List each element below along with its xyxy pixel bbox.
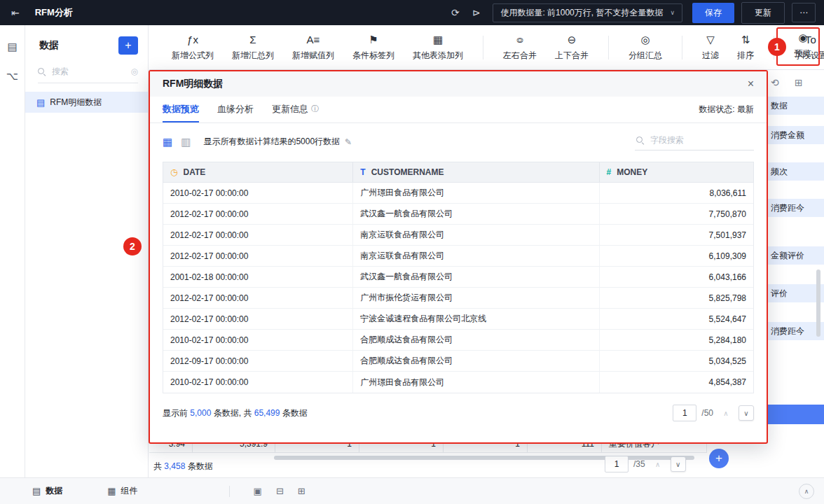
table-cell: 2012-09-17 00:00:00: [163, 351, 353, 371]
bg-total-prefix: 共: [153, 461, 164, 471]
data-search-input[interactable]: [50, 66, 126, 77]
bg-page-down-icon[interactable]: ∨: [671, 456, 686, 472]
dataset-item-rfm[interactable]: ▤ RFM明细数据: [25, 92, 148, 113]
close-icon[interactable]: ×: [748, 78, 754, 90]
toolbar-item[interactable]: A≡新增赋值列: [292, 34, 334, 62]
field-chip[interactable]: 消费距今: [762, 199, 824, 217]
column-header-money[interactable]: #MONEY: [600, 162, 753, 182]
save-button[interactable]: 保存: [692, 3, 734, 23]
bg-total-count: 3,458: [164, 461, 185, 471]
table-row[interactable]: 2012-02-17 00:00:00南京运联食品有限公司6,109,309: [163, 246, 753, 267]
search-filter-icon[interactable]: ◎: [131, 66, 138, 76]
table-cell: 2012-02-17 00:00:00: [163, 204, 353, 224]
table-row[interactable]: 2012-02-17 00:00:00南京运联食品有限公司7,501,937: [163, 225, 753, 246]
toolbar-item[interactable]: Σ新增汇总列: [232, 34, 274, 62]
data-volume-dropdown[interactable]: 使用数据量: 前1000万行, 暂不支持全量数据 ∨: [493, 4, 682, 22]
page-up-icon[interactable]: ∧: [718, 405, 734, 421]
table-row[interactable]: 2012-02-17 00:00:00广州市振伦货运有限公司5,825,798: [163, 288, 753, 309]
chart-widget-icon[interactable]: ⊟: [276, 486, 284, 496]
table-cell: 南京运联食品有限公司: [353, 246, 599, 266]
toolbar-item[interactable]: ⇅排序: [737, 34, 754, 62]
grid-view-icon[interactable]: ▦: [163, 136, 172, 147]
field-chip[interactable]: 数据: [762, 97, 824, 115]
table-row[interactable]: 2012-09-17 00:00:00合肥顺成达食品有限公司5,034,525: [163, 351, 753, 372]
refresh-icon[interactable]: ⟳: [451, 7, 460, 18]
summary-suffix: 条数据: [280, 408, 307, 418]
info-icon: ⓘ: [311, 104, 319, 114]
tab-lineage[interactable]: 血缘分析: [217, 97, 254, 122]
dataset-icon: ▤: [36, 97, 45, 108]
table-cell: 2012-02-17 00:00:00: [163, 225, 353, 245]
data-edit-icon[interactable]: ▤: [7, 41, 17, 53]
table-cell: 宁波金诚速程食品有限公司北京线: [353, 309, 599, 329]
table-cell: 2012-02-17 00:00:00: [163, 288, 353, 308]
field-chip[interactable]: 金额评价: [762, 246, 824, 265]
table-row[interactable]: 2010-02-17 00:00:00广州璟田食品有限公司8,036,611: [163, 183, 753, 204]
vertical-scrollbar[interactable]: [816, 270, 820, 337]
image-widget-icon[interactable]: ▣: [254, 486, 262, 496]
bg-page-input[interactable]: 1: [605, 456, 629, 472]
layout-icon[interactable]: ⊞: [795, 77, 803, 88]
page-down-icon[interactable]: ∨: [739, 405, 754, 421]
merge-tb-icon: ⊖: [568, 34, 577, 46]
data-status: 数据状态: 最新: [699, 104, 754, 115]
toolbar-item[interactable]: ƒx新增公式列: [172, 34, 214, 62]
history-icon[interactable]: ⟲: [771, 77, 779, 88]
field-search-input[interactable]: [649, 134, 753, 146]
page-input[interactable]: 1: [673, 405, 696, 421]
preview-button[interactable]: ◉ 预览: [795, 31, 811, 59]
dataset-item-label: RFM明细数据: [50, 97, 102, 108]
table-row[interactable]: 2012-02-17 00:00:00宁波金诚速程食品有限公司北京线5,524,…: [163, 309, 753, 330]
toolbar-divider: [483, 36, 483, 59]
column-header-date[interactable]: ◷DATE: [163, 162, 353, 182]
table-row[interactable]: 2010-02-17 00:00:00合肥顺成达食品有限公司5,284,180: [163, 330, 753, 351]
field-chip[interactable]: 消费距今: [762, 322, 824, 340]
field-chip[interactable]: 消费金额: [762, 126, 824, 144]
toolbar-item[interactable]: ⊖上下合并: [555, 34, 589, 62]
table-row[interactable]: 2012-02-17 00:00:00武汉鑫一航食品有限公司7,750,870: [163, 204, 753, 225]
toolbar-item-label: 左右合并: [503, 50, 537, 62]
selected-field-chip[interactable]: [762, 405, 824, 424]
table-row[interactable]: 2001-02-18 00:00:00武汉鑫一航食品有限公司6,043,166: [163, 267, 753, 288]
table-header: ◷DATE TCUSTOMERNAME #MONEY: [163, 162, 754, 183]
annotation-badge-1: 1: [768, 38, 786, 56]
pipeline-icon[interactable]: ⊳: [472, 7, 481, 18]
formula-icon: ƒx: [187, 34, 198, 46]
tab-data-preview[interactable]: 数据预览: [163, 97, 199, 122]
blood-relation-icon[interactable]: ⌥: [6, 70, 18, 83]
page-total: /50: [701, 408, 713, 418]
table-cell: 2010-02-17 00:00:00: [163, 330, 353, 350]
field-chip[interactable]: 频次: [762, 162, 824, 181]
data-panel-title: 数据: [39, 39, 59, 52]
column-name: CUSTOMERNAME: [371, 167, 444, 177]
collapse-sidebar-icon[interactable]: ⇤: [11, 7, 20, 18]
table-cell: 5,524,647: [600, 309, 753, 329]
copy-widget-icon[interactable]: ⊞: [298, 486, 305, 496]
toolbar-item[interactable]: ◎分组汇总: [629, 34, 662, 62]
column-header-customername[interactable]: TCUSTOMERNAME: [353, 162, 599, 182]
add-data-button[interactable]: +: [118, 36, 138, 55]
toolbar-item[interactable]: ○○左右合并: [503, 34, 537, 62]
field-chip[interactable]: 评价: [762, 284, 824, 302]
tab-data[interactable]: ▤ 数据: [32, 485, 62, 497]
table-row[interactable]: 2010-02-17 00:00:00广州璟田食品有限公司4,854,387: [163, 372, 753, 393]
bg-page-up-icon[interactable]: ∧: [650, 456, 666, 472]
more-button[interactable]: ⋯: [792, 3, 816, 22]
toolbar-item[interactable]: ⚑条件标签列: [352, 34, 394, 62]
collapse-bottombar-icon[interactable]: ∧: [799, 484, 814, 499]
preview-modal: RFM明细数据 × 数据预览 血缘分析 更新信息ⓘ 数据状态: 最新 ▦ ▥ 显…: [149, 70, 768, 444]
column-view-icon[interactable]: ▥: [181, 136, 191, 147]
tab-update-info[interactable]: 更新信息ⓘ: [272, 97, 319, 122]
tab-components[interactable]: ▦ 组件: [107, 485, 137, 497]
sum-icon: Σ: [249, 34, 256, 46]
edit-pencil-icon[interactable]: ✎: [345, 137, 352, 147]
toolbar-item[interactable]: ▦其他表添加列: [413, 34, 463, 62]
table-cell: 8,036,611: [600, 183, 753, 203]
modal-title: RFM明细数据: [163, 78, 223, 90]
table-cell: 合肥顺成达食品有限公司: [353, 351, 599, 371]
summary-count: 5,000: [190, 408, 211, 418]
toolbar-item-label: 过滤: [702, 50, 719, 62]
add-widget-button[interactable]: +: [709, 449, 729, 468]
toolbar-item[interactable]: ▽过滤: [702, 34, 719, 62]
update-button[interactable]: 更新: [741, 2, 785, 24]
